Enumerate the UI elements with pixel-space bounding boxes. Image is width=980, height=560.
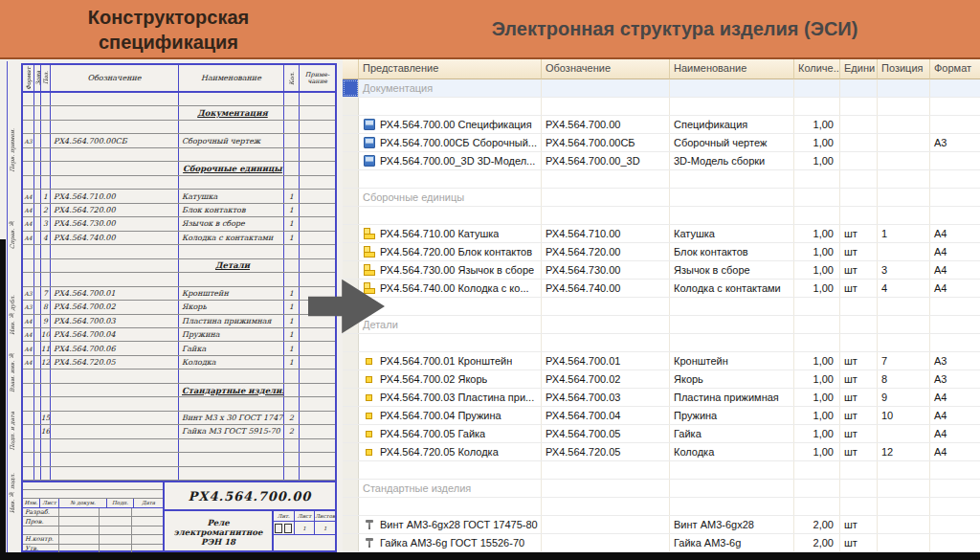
table-row[interactable]: Гайка АМ3-6g ГОСТ 15526-70Гайка АМ3-6g2,… [343,534,980,552]
cell-unit: шт [840,280,878,297]
row-selector[interactable] [343,261,359,279]
cell-format [930,189,980,206]
row-selector[interactable] [343,516,359,533]
row-selector[interactable] [343,407,359,424]
col-header-name[interactable]: Наименование [670,59,794,79]
row-selector[interactable] [343,461,359,479]
spec-pos-cell: 4 [41,232,51,244]
spec-qty-cell [284,245,300,258]
row-selector[interactable] [343,207,359,224]
spec-desig-cell [51,162,179,174]
spec-note-cell [300,176,335,189]
esi-gutter-header[interactable] [343,59,359,79]
screw-icon [364,519,375,530]
table-row[interactable]: РХ4.564.700.00_3D 3D-Модел...РХ4.564.700… [343,152,980,170]
table-row[interactable]: Винт АМ3-6gх28 ГОСТ 17475-80Винт АМ3-6gх… [343,516,980,534]
row-selector[interactable] [343,116,359,133]
group-row[interactable]: Сборочные единицы [343,189,980,207]
row-selector[interactable] [343,152,359,169]
spec-desig-cell: РХ4.564.730.00 [51,217,179,230]
change-row-blank [23,490,163,498]
row-selector[interactable] [343,389,359,406]
cell-format: А4 [930,425,980,442]
cell-desig: РХ4.564.700.05 [542,425,670,442]
table-row[interactable]: РХ4.564.710.00 КатушкаРХ4.564.710.00Кату… [343,225,980,243]
group-row[interactable]: Стандартные изделия [343,480,980,498]
item-view-cell [359,461,542,479]
row-selector[interactable] [343,443,359,460]
row-selector[interactable] [343,189,359,206]
list-header: Лист [295,511,316,521]
item-view-text: РХ4.564.700.05 Гайка [380,428,485,439]
table-row[interactable]: РХ4.564.720.00 Блок контактовРХ4.564.720… [343,243,980,261]
spec-col-pos-label: Поз. [42,71,49,84]
row-selector[interactable] [343,98,359,115]
row-selector[interactable] [343,334,359,351]
table-row[interactable]: РХ4.564.720.05 КолодкаРХ4.564.720.05Коло… [343,443,980,461]
asm-icon [364,246,375,258]
row-selector[interactable] [343,243,359,260]
row-selector[interactable] [343,170,359,188]
row-selector[interactable] [343,425,359,442]
group-row[interactable]: Документация [343,79,980,98]
spec-zone-cell [34,245,41,258]
cell-unit [840,189,878,206]
spec-note-cell [300,232,335,244]
item-view-cell: РХ4.564.700.01 Кронштейн [359,352,542,370]
group-row[interactable]: Детали [343,316,980,334]
row-selector[interactable] [343,225,359,242]
table-row[interactable]: РХ4.564.730.00 Язычок в сбореРХ4.564.730… [343,261,980,280]
spec-name-cell [179,176,284,189]
right-panel-title: Электронная структура изделия (ЭСИ) [392,18,957,40]
asm-icon [364,228,375,239]
cell-desig [542,498,670,515]
doc-icon [364,119,375,130]
row-selector[interactable] [343,498,359,515]
table-row[interactable]: РХ4.564.700.01 КронштейнРХ4.564.700.01Кр… [343,352,980,370]
table-row[interactable]: РХ4.564.700.03 Пластина при...РХ4.564.70… [343,389,980,407]
spec-zone-cell [34,425,41,437]
spec-format-cell: А4 [23,217,34,230]
row-selector[interactable] [343,534,359,551]
table-row[interactable]: РХ4.564.700.04 ПружинаРХ4.564.700.04Пруж… [343,407,980,425]
spec-qty-cell: 2 [284,412,300,424]
spec-qty-cell [284,162,300,174]
cell-qty: 1,00 [794,225,840,242]
col-header-view[interactable]: Представление [359,59,542,79]
cell-desig: РХ4.564.700.00 [542,116,670,133]
cell-unit [840,79,878,97]
spec-pos-cell: 15 [41,412,51,424]
row-selector[interactable] [343,134,359,151]
col-header-unit[interactable]: Едини [840,59,878,79]
spec-format-cell [23,106,34,119]
cell-unit: шт [840,443,878,460]
spec-blank-row [23,148,335,162]
spec-name-cell [179,467,284,480]
col-header-pos[interactable]: Позиция [878,59,930,79]
cell-pos [878,207,930,224]
col-header-format[interactable]: Формат [930,59,980,79]
table-row[interactable]: РХ4.564.700.00 СпецификацияРХ4.564.700.0… [343,116,980,134]
spec-qty-cell [284,93,300,105]
spec-col-zone-label: Зона [34,71,41,85]
cell-name: Блок контактов [670,243,794,260]
spec-desig-cell [51,245,179,258]
table-row[interactable]: РХ4.564.700.02 ЯкорьРХ4.564.700.02Якорь1… [343,370,980,389]
spec-qty-cell [284,106,300,119]
spec-note-cell [300,412,335,424]
table-row[interactable]: РХ4.564.740.00 Колодка с ко...РХ4.564.74… [343,280,980,298]
table-row[interactable]: РХ4.564.700.00СБ Сборочный...РХ4.564.700… [343,134,980,152]
table-row[interactable]: РХ4.564.700.05 ГайкаРХ4.564.700.05Гайка1… [343,425,980,443]
row-selector[interactable] [343,352,359,370]
row-selector[interactable] [343,480,359,497]
col-header-desig[interactable]: Обозначение [542,59,670,79]
row-selector[interactable] [343,370,359,388]
spec-desig-cell [51,467,179,480]
col-header-qty[interactable]: Количе... [794,59,840,79]
cell-desig: РХ4.564.710.00 [542,225,670,242]
spec-pos-cell [41,245,51,258]
spec-rows: ДокументацияА3РХ4.564.700.00СБСборочный … [23,93,335,481]
item-view-cell: РХ4.564.710.00 Катушка [359,225,542,242]
spec-item-row: А411РХ4.564.700.06Гайка1 [23,342,335,355]
row-selector[interactable] [343,79,359,97]
